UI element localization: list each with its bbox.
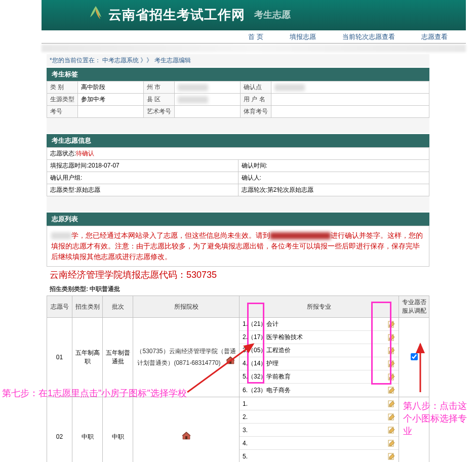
major-row: 2. xyxy=(240,410,399,424)
edit-icon[interactable] xyxy=(387,373,395,381)
major-row: 4.（14）护理 xyxy=(240,357,399,370)
volunteer-info-table: 志愿状态:待确认 填报志愿时间:2018-07-07 确认时间: 确认用户组: … xyxy=(47,147,429,196)
adjust-checkbox[interactable] xyxy=(411,353,418,360)
major-label: 5. xyxy=(243,453,248,460)
table-row: 02 中职 中职 1.2.3.4.5.6. xyxy=(47,397,429,463)
major-label: 2.（17）医学检验技术 xyxy=(243,333,303,342)
major-row: 1. xyxy=(240,397,399,410)
major-label: 4. xyxy=(243,440,248,447)
annotation-step8: 第八步：点击这个小图标选择专业 xyxy=(403,400,474,438)
house-icon[interactable] xyxy=(226,356,235,365)
edit-icon[interactable] xyxy=(387,360,395,368)
major-label: 1.（21）会计 xyxy=(243,320,279,328)
nav-view-round[interactable]: 当前轮次志愿查看 xyxy=(339,32,398,41)
table-row: 01 五年制高职 五年制普通批 （530735）云南经济管理学院（普通计划普通类… xyxy=(47,318,429,397)
breadcrumb-seg2[interactable]: 考生志愿编辑 xyxy=(154,57,191,64)
edit-icon[interactable] xyxy=(387,439,395,447)
breadcrumb-seg1[interactable]: 中考志愿系统 xyxy=(102,57,139,64)
breadcrumb: *您的当前位置在： 中考志愿系统 》》 考生志愿编辑 xyxy=(47,54,429,67)
major-row: 4. xyxy=(240,437,399,450)
sub-title: 考生志愿 xyxy=(254,9,291,21)
nav-fill[interactable]: 填报志愿 xyxy=(287,32,319,41)
school-code-line: 云南经济管理学院填报志愿代码：530735 xyxy=(47,267,429,283)
major-label: 5.（32）学前教育 xyxy=(243,372,291,381)
major-row: 2.（17）医学检验技术 xyxy=(240,331,399,344)
edit-icon[interactable] xyxy=(387,333,395,342)
nav-home[interactable]: 首 页 xyxy=(245,32,266,41)
student-info-table: 类 别 高中阶段 州 市 确认点 生源类型 参加中考 县 区 用 户 名 考号 … xyxy=(47,81,429,118)
notice-text: 学，您已经通过本网站录入了志愿，但这些信息尚未生效。请到进行确认并签字。这样，您… xyxy=(47,226,429,267)
status-value: 待确认 xyxy=(76,150,94,157)
section-volunteer-list-title: 志原列表 xyxy=(47,213,429,226)
major-label: 2. xyxy=(243,413,248,421)
nav-view[interactable]: 志愿查看 xyxy=(418,32,451,41)
major-label: 3. xyxy=(243,427,248,434)
volunteer-table: 志愿号 招生类别 批次 所报院校 所报专业 专业愿否服从调配 01 五年制高职 … xyxy=(47,296,429,462)
edit-icon[interactable] xyxy=(387,386,395,394)
section-volunteer-info-title: 考生志愿信息 xyxy=(47,134,429,147)
major-row: 6.（23）电子商务 xyxy=(240,384,399,397)
edit-icon[interactable] xyxy=(387,347,395,355)
svg-rect-0 xyxy=(229,361,231,364)
major-row: 3.（05）工程造价 xyxy=(240,344,399,357)
major-row: 1.（21）会计 xyxy=(240,318,399,331)
annotation-step7: 第七步：在1志愿里点击"小房子图标"选择学校 xyxy=(2,387,250,399)
major-label: 4.（14）护理 xyxy=(243,359,279,368)
major-row: 5. xyxy=(240,450,399,462)
nav-bar: 首 页 填报志愿 当前轮次志愿查看 志愿查看 xyxy=(42,30,466,44)
major-label: 1. xyxy=(243,400,248,407)
edit-icon[interactable] xyxy=(387,413,395,421)
svg-rect-7 xyxy=(185,436,187,439)
edit-icon[interactable] xyxy=(387,452,395,460)
house-icon[interactable] xyxy=(182,431,191,440)
major-row: 5.（32）学前教育 xyxy=(240,370,399,384)
section-student-tags-title: 考生标签 xyxy=(47,68,429,81)
edit-icon[interactable] xyxy=(387,400,395,408)
app-header: 云南省招生考试工作网 考生志愿 xyxy=(42,0,466,30)
site-title: 云南省招生考试工作网 xyxy=(108,6,245,24)
edit-icon[interactable] xyxy=(387,320,395,328)
logo-icon xyxy=(88,5,103,24)
major-label: 3.（05）工程造价 xyxy=(243,346,291,355)
edit-icon[interactable] xyxy=(387,426,395,434)
major-row: 3. xyxy=(240,424,399,437)
